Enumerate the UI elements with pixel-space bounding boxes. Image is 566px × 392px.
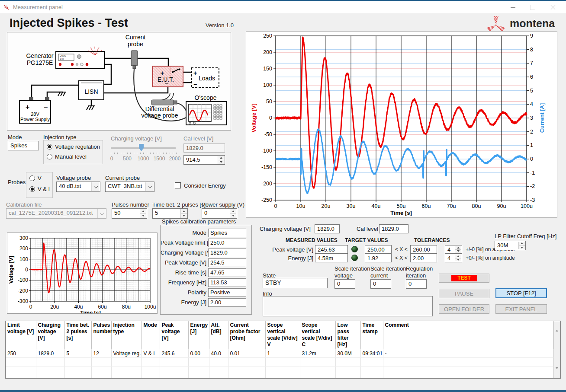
table-cell: 30.0M bbox=[335, 349, 360, 358]
title-bar: Measurement panel bbox=[0, 1, 566, 14]
energy-label: Energy [J] bbox=[288, 255, 313, 261]
chevron-down-icon[interactable] bbox=[91, 182, 100, 191]
table-header-cell[interactable]: Current probe factor [Ohm] bbox=[228, 321, 265, 349]
table-header-cell[interactable]: Low pass filter [Hz] bbox=[335, 321, 360, 349]
calib-row-value[interactable]: 2.00 bbox=[208, 298, 246, 307]
peak-voltage-target-low[interactable]: 250.00 bbox=[365, 245, 392, 254]
table-header-cell[interactable]: Limit voltage [V] bbox=[6, 321, 36, 349]
table-header-cell[interactable]: Charging voltage [V] bbox=[36, 321, 64, 349]
table-header-cell[interactable]: Att.[dB] bbox=[209, 321, 228, 349]
spinner-arrows-icon[interactable] bbox=[180, 209, 187, 218]
spinner-arrows-icon[interactable] bbox=[218, 156, 224, 164]
calib-row-value[interactable]: 113.53 bbox=[208, 278, 246, 287]
minimize-button[interactable] bbox=[503, 1, 523, 14]
radio-manual-level[interactable]: Manual level bbox=[47, 153, 87, 160]
energy-target-low[interactable]: 1.92 bbox=[365, 254, 392, 262]
spinner-arrows-icon[interactable] bbox=[140, 209, 146, 218]
scroll-down-icon[interactable] bbox=[556, 369, 558, 377]
lp-filter-spinner[interactable]: 30M bbox=[495, 241, 526, 250]
charging-voltage-slider[interactable] bbox=[111, 147, 176, 149]
peak-voltage-tolerance-spinner[interactable]: 4 bbox=[445, 245, 462, 254]
energy-target-high[interactable]: 2.00 bbox=[410, 254, 437, 262]
svg-text:0: 0 bbox=[274, 203, 277, 209]
table-cell: 12 bbox=[91, 349, 111, 358]
svg-text:-300: -300 bbox=[18, 298, 28, 304]
range-relation: < X < bbox=[395, 255, 408, 261]
svg-text:-100: -100 bbox=[18, 277, 28, 283]
spinner-arrows-icon[interactable] bbox=[455, 255, 461, 261]
setup-diagram: +300V 1.0s Generator PG1275E Current pro… bbox=[7, 32, 231, 131]
table-header-cell[interactable]: Peak voltage [V] bbox=[160, 321, 188, 349]
chevron-down-icon[interactable] bbox=[145, 182, 154, 191]
time-between-pulses-spinner[interactable]: 5 bbox=[152, 208, 188, 219]
calib-row-value[interactable]: Positive bbox=[208, 288, 246, 297]
table-header-cell[interactable]: Energy [J] bbox=[188, 321, 209, 349]
table-header-cell[interactable]: Time stamp bbox=[360, 321, 383, 349]
table-cell: 0.00 bbox=[188, 349, 209, 358]
spinner-arrows-icon[interactable] bbox=[455, 246, 461, 253]
svg-text:+: + bbox=[161, 69, 164, 76]
svg-text:2: 2 bbox=[530, 129, 533, 135]
table-row[interactable]: 2501829.0512Voltage reg.V & I245.60.0040… bbox=[6, 349, 553, 358]
table-header-cell[interactable]: Pulses number bbox=[91, 321, 111, 349]
chevron-down-icon bbox=[97, 209, 106, 218]
peak-voltage-target-high[interactable]: 260.00 bbox=[410, 245, 437, 254]
table-header-cell[interactable]: Comment bbox=[383, 321, 553, 349]
table-cell: V & I bbox=[142, 349, 160, 358]
table-cell: 1829.0 bbox=[36, 349, 64, 358]
close-button[interactable] bbox=[543, 1, 563, 14]
spinner-arrows-icon[interactable] bbox=[518, 242, 525, 249]
table-header-cell[interactable]: Injection type bbox=[111, 321, 142, 349]
svg-text:-1: -1 bbox=[530, 170, 535, 176]
voltage-probe-dropdown[interactable]: 40 dB.txt bbox=[56, 182, 100, 192]
calib-row-value[interactable]: 47.65 bbox=[208, 268, 246, 277]
injection-type-label: Injection type bbox=[43, 134, 77, 140]
power-supply-spinner[interactable]: 0 bbox=[202, 208, 237, 219]
calib-row-value[interactable]: 254.5 bbox=[208, 258, 246, 267]
probes-label: Probes bbox=[8, 179, 26, 185]
svg-text:-200: -200 bbox=[18, 288, 28, 294]
svg-text:20u: 20u bbox=[322, 203, 331, 209]
slider-tick-label: 1500 bbox=[154, 156, 165, 162]
slider-tick-label: 2000 bbox=[169, 156, 181, 162]
current-probe-dropdown[interactable]: CWT_3NB.txt bbox=[105, 182, 154, 192]
table-header-cell[interactable]: Scope vertical scale [V/div] C bbox=[300, 321, 335, 349]
exit-panel-button[interactable]: EXIT PANEL bbox=[495, 304, 547, 314]
table-header-cell[interactable]: Scope vertical scale [V/div] V bbox=[265, 321, 300, 349]
consider-energy-checkbox[interactable]: Consider Energy bbox=[175, 182, 226, 189]
maximize-button[interactable] bbox=[523, 1, 542, 14]
radio-probes-v[interactable]: V bbox=[29, 175, 42, 182]
mode-input[interactable]: Spikes bbox=[8, 141, 39, 150]
open-folder-button[interactable]: OPEN FOLDER bbox=[439, 304, 489, 314]
pause-button[interactable]: PAUSE bbox=[439, 289, 489, 298]
radio-probes-v-and-i[interactable]: V & I bbox=[29, 186, 50, 192]
calib-row-value[interactable]: 1829.0 bbox=[208, 249, 246, 257]
svg-text:−: − bbox=[193, 81, 197, 88]
main-graph: 250200150100500-50-100-150-200-250987654… bbox=[246, 31, 557, 218]
cal-level-spinner[interactable]: 914.5 bbox=[183, 155, 225, 165]
radio-voltage-regulation[interactable]: Voltage regulation bbox=[47, 143, 100, 150]
calib-row-value[interactable]: 250.0 bbox=[208, 239, 246, 247]
table-cell: Voltage reg. bbox=[111, 349, 142, 358]
spinner-arrows-icon[interactable] bbox=[230, 209, 236, 218]
measured-values-header: MEASURED VALUES bbox=[286, 237, 338, 243]
table-scrollbar[interactable] bbox=[553, 321, 560, 378]
svg-text:Voltage [V]: Voltage [V] bbox=[251, 104, 257, 133]
calibration-file-label: Calibration file bbox=[6, 201, 42, 208]
scale-iter-voltage-label: Scale iterationvoltage bbox=[334, 265, 370, 279]
pulses-number-spinner[interactable]: 50 bbox=[112, 208, 147, 219]
results-table-container: Limit voltage [V]Charging voltage [V]Tim… bbox=[5, 321, 561, 379]
stop-button[interactable]: STOP [F12] bbox=[495, 288, 547, 298]
scroll-up-icon[interactable] bbox=[556, 322, 558, 330]
table-header-cell[interactable]: Mode bbox=[142, 321, 160, 349]
svg-text:100: 100 bbox=[19, 256, 28, 262]
cal-level-label: Cal level [V] bbox=[183, 135, 213, 142]
energy-tolerance-spinner[interactable]: 4 bbox=[445, 254, 462, 262]
slider-thumb[interactable] bbox=[139, 144, 144, 151]
test-button[interactable]: TEST bbox=[439, 274, 489, 283]
slider-tick-label: 0 bbox=[110, 156, 113, 162]
table-header-cell[interactable]: Time bet. 2 pulses [s] bbox=[64, 321, 91, 349]
calib-row-value[interactable]: Spikes bbox=[208, 229, 246, 237]
svg-text:+: + bbox=[193, 70, 197, 76]
calib-panel-title: Spikes calibration parameters bbox=[162, 218, 236, 225]
